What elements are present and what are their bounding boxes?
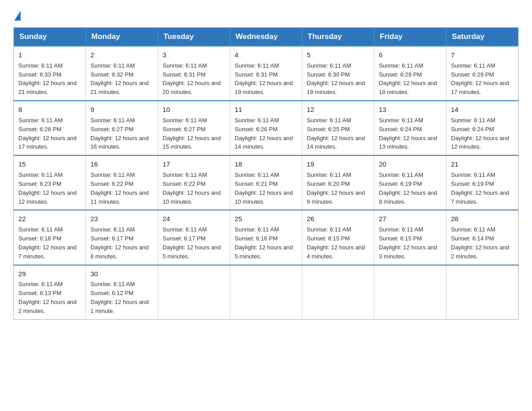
- calendar-cell: 15Sunrise: 6:11 AMSunset: 6:23 PMDayligh…: [14, 155, 86, 210]
- day-info: Sunrise: 6:11 AMSunset: 6:23 PMDaylight:…: [18, 171, 77, 205]
- calendar-week-row: 8Sunrise: 6:11 AMSunset: 6:28 PMDaylight…: [14, 101, 519, 155]
- calendar-week-row: 29Sunrise: 6:11 AMSunset: 6:13 PMDayligh…: [14, 265, 519, 320]
- calendar-table: SundayMondayTuesdayWednesdayThursdayFrid…: [13, 27, 519, 320]
- day-number: 6: [379, 50, 442, 60]
- day-number: 30: [90, 269, 153, 279]
- calendar-cell: 10Sunrise: 6:11 AMSunset: 6:27 PMDayligh…: [158, 101, 230, 155]
- day-number: 25: [235, 214, 297, 224]
- calendar-week-row: 1Sunrise: 6:11 AMSunset: 6:33 PMDaylight…: [14, 46, 519, 101]
- calendar-header-saturday: Saturday: [446, 28, 519, 47]
- day-info: Sunrise: 6:11 AMSunset: 6:31 PMDaylight:…: [235, 62, 293, 96]
- day-number: 3: [163, 50, 225, 60]
- day-info: Sunrise: 6:11 AMSunset: 6:13 PMDaylight:…: [18, 281, 77, 314]
- calendar-cell: 13Sunrise: 6:11 AMSunset: 6:24 PMDayligh…: [374, 101, 446, 155]
- calendar-cell: [446, 265, 519, 320]
- day-info: Sunrise: 6:11 AMSunset: 6:32 PMDaylight:…: [90, 62, 149, 96]
- day-info: Sunrise: 6:11 AMSunset: 6:17 PMDaylight:…: [90, 226, 149, 260]
- calendar-header-monday: Monday: [86, 28, 158, 47]
- day-info: Sunrise: 6:11 AMSunset: 6:24 PMDaylight:…: [451, 117, 509, 150]
- calendar-cell: [158, 265, 230, 320]
- day-info: Sunrise: 6:11 AMSunset: 6:26 PMDaylight:…: [235, 117, 293, 150]
- logo: [13, 9, 21, 18]
- day-number: 12: [307, 105, 369, 115]
- calendar-cell: 24Sunrise: 6:11 AMSunset: 6:17 PMDayligh…: [158, 210, 230, 265]
- calendar-cell: 1Sunrise: 6:11 AMSunset: 6:33 PMDaylight…: [14, 46, 86, 101]
- day-info: Sunrise: 6:11 AMSunset: 6:28 PMDaylight:…: [18, 117, 77, 150]
- calendar-header-row: SundayMondayTuesdayWednesdayThursdayFrid…: [14, 28, 519, 47]
- day-info: Sunrise: 6:11 AMSunset: 6:20 PMDaylight:…: [307, 171, 365, 205]
- calendar-cell: 4Sunrise: 6:11 AMSunset: 6:31 PMDaylight…: [230, 46, 302, 101]
- day-number: 27: [379, 214, 442, 224]
- day-number: 21: [451, 159, 514, 169]
- calendar-cell: 18Sunrise: 6:11 AMSunset: 6:21 PMDayligh…: [230, 155, 302, 210]
- day-number: 1: [18, 50, 81, 60]
- day-number: 19: [307, 159, 369, 169]
- day-info: Sunrise: 6:11 AMSunset: 6:22 PMDaylight:…: [90, 171, 149, 205]
- calendar-week-row: 22Sunrise: 6:11 AMSunset: 6:18 PMDayligh…: [14, 210, 519, 265]
- calendar-cell: 30Sunrise: 6:11 AMSunset: 6:12 PMDayligh…: [86, 265, 158, 320]
- day-info: Sunrise: 6:11 AMSunset: 6:29 PMDaylight:…: [451, 62, 509, 96]
- day-number: 22: [18, 214, 81, 224]
- calendar-cell: 22Sunrise: 6:11 AMSunset: 6:18 PMDayligh…: [14, 210, 86, 265]
- calendar-cell: 29Sunrise: 6:11 AMSunset: 6:13 PMDayligh…: [14, 265, 86, 320]
- calendar-cell: 12Sunrise: 6:11 AMSunset: 6:25 PMDayligh…: [302, 101, 374, 155]
- day-info: Sunrise: 6:11 AMSunset: 6:18 PMDaylight:…: [18, 226, 77, 260]
- day-info: Sunrise: 6:11 AMSunset: 6:19 PMDaylight:…: [451, 171, 509, 205]
- day-info: Sunrise: 6:11 AMSunset: 6:15 PMDaylight:…: [379, 226, 437, 260]
- calendar-cell: 7Sunrise: 6:11 AMSunset: 6:29 PMDaylight…: [446, 46, 519, 101]
- day-number: 29: [18, 269, 81, 279]
- day-info: Sunrise: 6:11 AMSunset: 6:21 PMDaylight:…: [235, 171, 293, 205]
- day-info: Sunrise: 6:11 AMSunset: 6:27 PMDaylight:…: [90, 117, 149, 150]
- calendar-header-wednesday: Wednesday: [230, 28, 302, 47]
- calendar-cell: 27Sunrise: 6:11 AMSunset: 6:15 PMDayligh…: [374, 210, 446, 265]
- day-info: Sunrise: 6:11 AMSunset: 6:16 PMDaylight:…: [235, 226, 293, 260]
- day-number: 9: [90, 105, 153, 115]
- day-info: Sunrise: 6:11 AMSunset: 6:31 PMDaylight:…: [163, 62, 221, 96]
- day-info: Sunrise: 6:11 AMSunset: 6:25 PMDaylight:…: [307, 117, 365, 150]
- day-number: 18: [235, 159, 297, 169]
- day-number: 24: [163, 214, 225, 224]
- day-number: 26: [307, 214, 369, 224]
- day-number: 10: [163, 105, 225, 115]
- calendar-cell: 21Sunrise: 6:11 AMSunset: 6:19 PMDayligh…: [446, 155, 519, 210]
- calendar-cell: 3Sunrise: 6:11 AMSunset: 6:31 PMDaylight…: [158, 46, 230, 101]
- calendar-cell: 20Sunrise: 6:11 AMSunset: 6:19 PMDayligh…: [374, 155, 446, 210]
- calendar-cell: 5Sunrise: 6:11 AMSunset: 6:30 PMDaylight…: [302, 46, 374, 101]
- day-number: 17: [163, 159, 225, 169]
- day-number: 8: [18, 105, 81, 115]
- day-number: 7: [451, 50, 514, 60]
- calendar-header-thursday: Thursday: [302, 28, 374, 47]
- day-number: 5: [307, 50, 369, 60]
- calendar-cell: 25Sunrise: 6:11 AMSunset: 6:16 PMDayligh…: [230, 210, 302, 265]
- day-info: Sunrise: 6:11 AMSunset: 6:33 PMDaylight:…: [18, 62, 77, 96]
- calendar-week-row: 15Sunrise: 6:11 AMSunset: 6:23 PMDayligh…: [14, 155, 519, 210]
- calendar-cell: 8Sunrise: 6:11 AMSunset: 6:28 PMDaylight…: [14, 101, 86, 155]
- day-info: Sunrise: 6:11 AMSunset: 6:15 PMDaylight:…: [307, 226, 365, 260]
- day-number: 13: [379, 105, 442, 115]
- calendar-cell: 16Sunrise: 6:11 AMSunset: 6:22 PMDayligh…: [86, 155, 158, 210]
- calendar-cell: 26Sunrise: 6:11 AMSunset: 6:15 PMDayligh…: [302, 210, 374, 265]
- calendar-cell: [230, 265, 302, 320]
- day-number: 23: [90, 214, 153, 224]
- calendar-cell: 19Sunrise: 6:11 AMSunset: 6:20 PMDayligh…: [302, 155, 374, 210]
- calendar-cell: 2Sunrise: 6:11 AMSunset: 6:32 PMDaylight…: [86, 46, 158, 101]
- day-number: 15: [18, 159, 81, 169]
- day-number: 20: [379, 159, 442, 169]
- calendar-cell: 11Sunrise: 6:11 AMSunset: 6:26 PMDayligh…: [230, 101, 302, 155]
- calendar-cell: 9Sunrise: 6:11 AMSunset: 6:27 PMDaylight…: [86, 101, 158, 155]
- page-header: [13, 9, 519, 18]
- day-number: 16: [90, 159, 153, 169]
- calendar-cell: 17Sunrise: 6:11 AMSunset: 6:22 PMDayligh…: [158, 155, 230, 210]
- day-info: Sunrise: 6:11 AMSunset: 6:27 PMDaylight:…: [163, 117, 221, 150]
- day-number: 2: [90, 50, 153, 60]
- day-info: Sunrise: 6:11 AMSunset: 6:19 PMDaylight:…: [379, 171, 437, 205]
- calendar-header-friday: Friday: [374, 28, 446, 47]
- day-info: Sunrise: 6:11 AMSunset: 6:12 PMDaylight:…: [90, 281, 149, 314]
- calendar-header-tuesday: Tuesday: [158, 28, 230, 47]
- day-info: Sunrise: 6:11 AMSunset: 6:17 PMDaylight:…: [163, 226, 221, 260]
- calendar-cell: 23Sunrise: 6:11 AMSunset: 6:17 PMDayligh…: [86, 210, 158, 265]
- logo-triangle-icon: [14, 11, 21, 21]
- calendar-cell: 6Sunrise: 6:11 AMSunset: 6:29 PMDaylight…: [374, 46, 446, 101]
- day-number: 11: [235, 105, 297, 115]
- day-number: 28: [451, 214, 514, 224]
